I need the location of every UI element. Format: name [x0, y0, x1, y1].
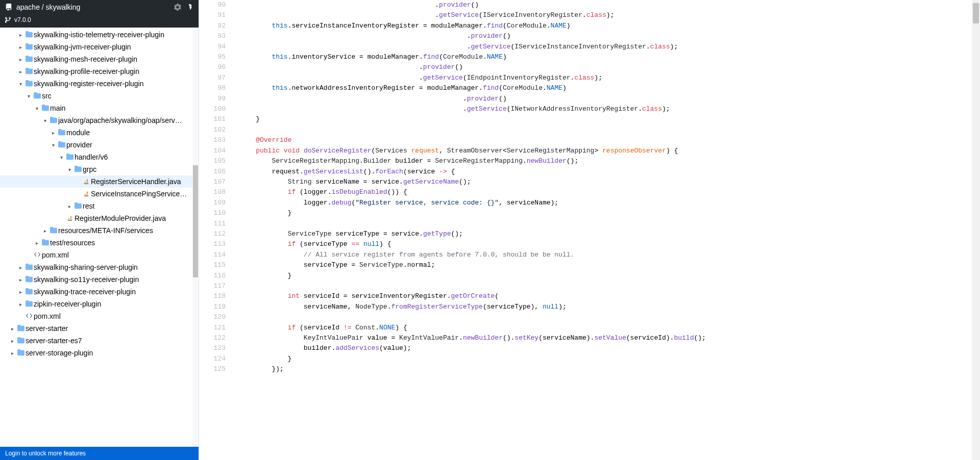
chevron-icon[interactable]: ▾	[16, 81, 24, 87]
line-number[interactable]: 123	[199, 343, 235, 353]
line-number[interactable]: 122	[199, 333, 235, 343]
code-content[interactable]: public void doServiceRegister(Services r…	[235, 146, 678, 156]
line-number[interactable]: 101	[199, 114, 235, 124]
tree-item[interactable]: ▾java/org/apache/skywalking/oap/serv…	[0, 114, 199, 126]
code-content[interactable]: .provider()	[235, 0, 479, 10]
code-content[interactable]: KeyIntValuePair value = KeyIntValuePair.…	[235, 333, 706, 343]
line-number[interactable]: 90	[199, 0, 235, 10]
tree-item[interactable]: ▸test/resources	[0, 237, 199, 249]
line-number[interactable]: 91	[199, 10, 235, 20]
tree-item[interactable]: ▸skywalking-so11y-receiver-plugin	[0, 273, 199, 286]
sidebar-scrollbar[interactable]	[192, 28, 199, 447]
line-number[interactable]: 106	[199, 167, 235, 177]
code-content[interactable]: }	[235, 208, 291, 218]
line-number[interactable]: 119	[199, 302, 235, 312]
chevron-icon[interactable]: ▸	[49, 130, 57, 136]
tree-item[interactable]: ▾main	[0, 102, 199, 114]
tree-item[interactable]: ▸server-starter	[0, 322, 199, 335]
tree-item[interactable]: RegisterModuleProvider.java	[0, 212, 199, 224]
line-number[interactable]: 113	[199, 239, 235, 249]
main-scrollbar[interactable]	[972, 0, 980, 460]
tree-item[interactable]: ▸skywalking-sharing-server-plugin	[0, 261, 199, 273]
line-number[interactable]: 100	[199, 104, 235, 114]
line-number[interactable]: 116	[199, 271, 235, 281]
line-number[interactable]: 98	[199, 83, 235, 93]
tree-item[interactable]: pom.xml	[0, 249, 199, 261]
code-content[interactable]: }	[235, 114, 260, 124]
line-number[interactable]: 102	[199, 125, 235, 135]
chevron-icon[interactable]: ▸	[33, 240, 41, 246]
chevron-icon[interactable]: ▸	[65, 203, 74, 209]
code-content[interactable]: if (logger.isDebugEnabled()) {	[235, 187, 407, 197]
code-content[interactable]: String serviceName = service.getServiceN…	[235, 177, 471, 187]
repo-link[interactable]: apache / skywalking	[5, 3, 80, 11]
tree-item[interactable]: ▸skywalking-profile-receiver-plugin	[0, 65, 199, 78]
line-number[interactable]: 118	[199, 291, 235, 301]
code-content[interactable]: if (serviceId != Const.NONE) {	[235, 323, 407, 333]
code-content[interactable]: serviceType = ServiceType.normal;	[235, 260, 435, 270]
tree-item[interactable]: ▸module	[0, 126, 199, 139]
chevron-icon[interactable]: ▸	[8, 350, 16, 356]
line-number[interactable]: 92	[199, 21, 235, 31]
chevron-icon[interactable]: ▸	[16, 32, 24, 38]
line-number[interactable]: 94	[199, 42, 235, 52]
gear-icon[interactable]	[174, 4, 181, 11]
tree-item[interactable]: ▸skywalking-jvm-receiver-plugin	[0, 41, 199, 53]
tree-item[interactable]: ▸rest	[0, 200, 199, 212]
chevron-icon[interactable]: ▾	[57, 155, 65, 160]
tree-item[interactable]: ▾skywalking-register-receiver-plugin	[0, 78, 199, 90]
line-number[interactable]: 114	[199, 250, 235, 260]
code-content[interactable]: .provider()	[235, 94, 507, 104]
chevron-icon[interactable]: ▸	[16, 44, 24, 50]
tree-item[interactable]: ▸skywalking-trace-receiver-plugin	[0, 286, 199, 298]
tree-item[interactable]: ▸resources/META-INF/services	[0, 224, 199, 237]
chevron-icon[interactable]: ▸	[16, 57, 24, 62]
chevron-icon[interactable]: ▸	[8, 338, 16, 344]
tree-item[interactable]: ▸skywalking-mesh-receiver-plugin	[0, 53, 199, 65]
code-content[interactable]: @Override	[235, 135, 291, 145]
line-number[interactable]: 99	[199, 94, 235, 104]
code-content[interactable]: if (serviceType == null) {	[235, 239, 391, 249]
code-content[interactable]	[235, 125, 240, 135]
chevron-icon[interactable]: ▸	[16, 289, 24, 295]
chevron-icon[interactable]: ▾	[49, 142, 57, 148]
chevron-icon[interactable]: ▸	[16, 265, 24, 270]
code-content[interactable]: int serviceId = serviceInventoryRegister…	[235, 291, 499, 301]
tree-item[interactable]: ▾handler/v6	[0, 151, 199, 163]
line-number[interactable]: 115	[199, 260, 235, 270]
code-content[interactable]: .provider()	[235, 31, 511, 41]
chevron-icon[interactable]: ▸	[16, 277, 24, 283]
code-content[interactable]: }	[235, 354, 291, 364]
tree-item[interactable]: ▸skywalking-istio-telemetry-receiver-plu…	[0, 29, 199, 41]
code-content[interactable]: serviceName, NodeType.fromRegisterServic…	[235, 302, 567, 312]
tree-item[interactable]: RegisterServiceHandler.java	[0, 175, 199, 188]
code-content[interactable]: .getService(INetworkAddressInventoryRegi…	[235, 104, 670, 114]
line-number[interactable]: 110	[199, 208, 235, 218]
chevron-icon[interactable]: ▸	[8, 326, 16, 331]
code-content[interactable]: logger.debug("Register service, service …	[235, 198, 558, 208]
line-number[interactable]: 107	[199, 177, 235, 187]
code-content[interactable]: request.getServicesList().forEach(servic…	[235, 167, 455, 177]
line-number[interactable]: 112	[199, 229, 235, 239]
tree-item[interactable]: ServiceInstancePingService…	[0, 188, 199, 200]
line-number[interactable]: 108	[199, 187, 235, 197]
line-number[interactable]: 111	[199, 219, 235, 229]
code-content[interactable]	[235, 219, 240, 229]
pin-icon[interactable]	[186, 4, 193, 11]
code-area[interactable]: 90 .provider()91 .getService(IServiceInv…	[199, 0, 972, 460]
line-number[interactable]: 105	[199, 156, 235, 166]
chevron-icon[interactable]: ▸	[16, 69, 24, 74]
chevron-icon[interactable]: ▸	[16, 301, 24, 307]
code-content[interactable]: });	[235, 364, 284, 374]
login-bar[interactable]: Login to unlock more features	[0, 447, 199, 460]
line-number[interactable]: 104	[199, 146, 235, 156]
line-number[interactable]: 96	[199, 62, 235, 72]
line-number[interactable]: 125	[199, 364, 235, 374]
code-content[interactable]: this.inventoryService = moduleManager.fi…	[235, 52, 507, 62]
code-content[interactable]: .getService(IServiceInventoryRegister.cl…	[235, 10, 614, 20]
code-content[interactable]: .provider()	[235, 62, 463, 72]
tree-item[interactable]: ▸server-storage-plugin	[0, 347, 199, 359]
code-content[interactable]: // All service register from agents befo…	[235, 250, 574, 260]
line-number[interactable]: 97	[199, 73, 235, 83]
line-number[interactable]: 121	[199, 323, 235, 333]
